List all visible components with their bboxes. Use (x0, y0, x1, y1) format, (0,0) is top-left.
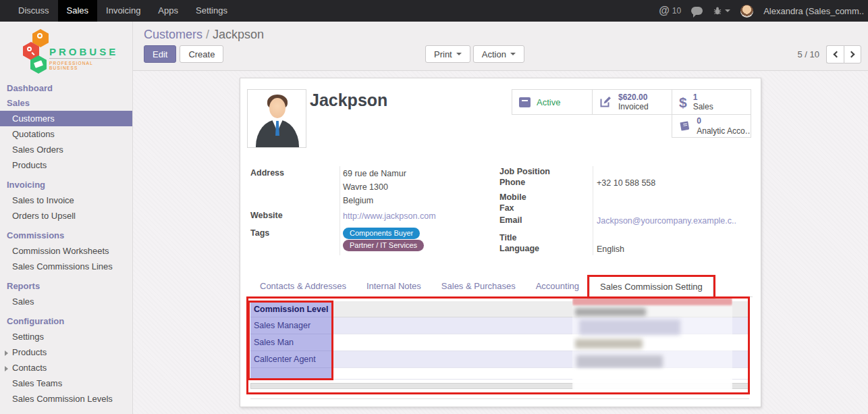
field-group-divider (340, 166, 340, 255)
active-stat-button[interactable]: Active (512, 89, 593, 115)
menu-invoicing[interactable]: Invoicing (97, 0, 149, 22)
sidebar-heading-invoicing[interactable]: Invoicing (0, 178, 132, 192)
sidebar-item-sales-to-invoice[interactable]: Sales to Invoice (0, 192, 132, 208)
commission-level-header: Commission Level (250, 301, 331, 317)
tab-sales-purchases[interactable]: Sales & Purchases (431, 276, 526, 296)
control-panel: Customers/Jackpson Edit Create Print Act… (133, 22, 868, 71)
book-icon (679, 120, 690, 132)
mentions-button[interactable]: @ 10 (659, 5, 681, 17)
sidebar-item-sales-orders[interactable]: Sales Orders (0, 142, 132, 157)
action-dropdown-button[interactable]: Action (473, 45, 524, 63)
expand-arrow-icon (5, 351, 11, 356)
menu-settings[interactable]: Settings (187, 0, 236, 22)
chevron-down-icon (725, 9, 730, 15)
chevron-right-icon (848, 51, 855, 58)
redaction-blur (579, 319, 680, 335)
fax-label: Fax (499, 203, 514, 213)
sidebar-heading-configuration[interactable]: Configuration (0, 314, 132, 329)
chevron-down-icon (456, 53, 462, 58)
chat-icon[interactable] (691, 7, 703, 15)
sidebar-item-sales-teams[interactable]: Sales Teams (0, 376, 132, 391)
topbar-right: @ 10 Alexandra (Sales_comm.. (659, 0, 868, 22)
archive-icon (519, 97, 531, 107)
sidebar-item-sales-commission-levels[interactable]: Sales Commission Levels (0, 391, 132, 407)
phone-value: +32 10 588 558 (597, 178, 655, 188)
address-label: Address (250, 168, 284, 178)
tab-accounting[interactable]: Accounting (526, 276, 589, 296)
print-dropdown-button[interactable]: Print (425, 45, 470, 63)
create-button[interactable]: Create (180, 45, 223, 63)
tab-internal-notes[interactable]: Internal Notes (356, 276, 431, 296)
language-value: English (597, 244, 624, 254)
pager-value[interactable]: 5 / 10 (797, 49, 819, 59)
email-label: Email (499, 215, 522, 225)
redaction-blur (575, 308, 646, 316)
content-area: Jackpson Active $620.00 Invoiced (133, 71, 868, 414)
pager-previous-button[interactable] (826, 45, 844, 63)
sidebar-item-quotations[interactable]: Quotations (0, 126, 132, 142)
sidebar-heading-sales[interactable]: Sales (0, 96, 132, 111)
redacted-region (572, 298, 732, 394)
sidebar-item-orders-to-upsell[interactable]: Orders to Upsell (0, 208, 132, 224)
sidebar-item-sales-commissions-lines[interactable]: Sales Commissions Lines (0, 259, 132, 274)
form-sheet: Jackpson Active $620.00 Invoiced (240, 78, 761, 407)
phone-label: Phone (499, 178, 525, 187)
user-avatar[interactable] (740, 5, 753, 18)
edit-button[interactable]: Edit (144, 45, 176, 63)
sidebar-item-config-products[interactable]: Products (0, 344, 132, 360)
dollar-icon: $ (679, 95, 687, 109)
sales-stat-button[interactable]: $ 1 Sales (672, 89, 751, 115)
user-name[interactable]: Alexandra (Sales_comm.. (763, 6, 864, 16)
pager-next-button[interactable] (844, 45, 861, 63)
sidebar-heading-commissions[interactable]: Commissions (0, 228, 132, 243)
expand-arrow-icon (5, 366, 11, 371)
sheet-bottom-divider (250, 398, 749, 399)
logo-title: PROBUSE (49, 46, 118, 57)
website-link[interactable]: http://www.jackpson.com (343, 211, 436, 221)
job-position-label: Job Position (499, 167, 550, 176)
sidebar-heading-dashboard[interactable]: Dashboard (0, 81, 132, 96)
sidebar-item-products[interactable]: Products (0, 157, 132, 173)
sidebar-item-reports-sales[interactable]: Sales (0, 294, 132, 309)
topbar-menus: Discuss Sales Invoicing Apps Settings (0, 0, 236, 22)
pager: 5 / 10 (797, 45, 861, 63)
at-icon: @ (659, 5, 670, 17)
sidebar-heading-reports[interactable]: Reports (0, 279, 132, 294)
title-label: Title (499, 233, 516, 242)
chevron-down-icon (510, 53, 516, 58)
page-title: Jackpson (310, 90, 387, 110)
action-buttons: Print Action (425, 45, 524, 63)
menu-apps[interactable]: Apps (149, 0, 187, 22)
tab-contacts-addresses[interactable]: Contacts & Addresses (250, 276, 356, 296)
redaction-blur (572, 369, 732, 394)
sidebar: PROBUSE PROFESSIONAL BUSINESS Dashboard … (0, 22, 133, 414)
analytic-accounts-stat-button[interactable]: 0 Analytic Acco… (672, 114, 751, 138)
sidebar-nav: Dashboard Sales Customers Quotations Sal… (0, 78, 132, 407)
invoiced-amount: $620.00 (618, 93, 649, 102)
breadcrumb-separator: / (206, 28, 209, 41)
breadcrumb-customers-link[interactable]: Customers (144, 28, 202, 41)
sales-count: 1 (693, 93, 713, 102)
sidebar-item-commission-worksheets[interactable]: Commission Worksheets (0, 243, 132, 259)
address-line2: Wavre 1300 (343, 182, 388, 192)
edit-icon (599, 96, 612, 108)
address-line3: Belgium (343, 196, 373, 205)
mobile-label: Mobile (499, 192, 526, 202)
sidebar-item-config-contacts[interactable]: Contacts (0, 360, 132, 376)
tab-sales-commission-setting[interactable]: Sales Commission Setting (589, 276, 713, 297)
customer-photo (247, 89, 306, 148)
email-link[interactable]: Jackpson@yourcompany.example.c.. (597, 216, 736, 226)
redaction-blur (572, 298, 732, 305)
sidebar-item-customers[interactable]: Customers (0, 111, 132, 126)
tag-components-buyer: Components Buyer (343, 228, 420, 239)
field-group-divider (593, 166, 593, 255)
sidebar-item-config-settings[interactable]: Settings (0, 329, 132, 344)
tag-partner-it-services: Partner / IT Services (343, 240, 424, 251)
mention-count: 10 (672, 6, 681, 16)
menu-sales[interactable]: Sales (58, 0, 98, 22)
debug-menu-button[interactable] (713, 6, 730, 16)
menu-discuss[interactable]: Discuss (9, 0, 58, 22)
invoiced-stat-button[interactable]: $620.00 Invoiced (592, 89, 672, 115)
chevron-left-icon (833, 51, 840, 58)
redaction-blur (575, 339, 643, 348)
